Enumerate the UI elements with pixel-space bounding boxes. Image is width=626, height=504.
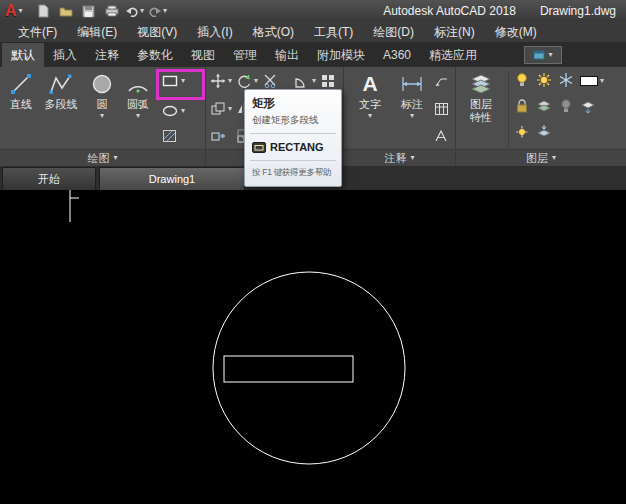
line-tool-label: 直线 <box>10 98 32 111</box>
file-tab-drawing1[interactable]: Drawing1 <box>99 167 245 190</box>
ribbon-tab-view[interactable]: 视图 <box>182 43 224 67</box>
application-menu-button[interactable]: A ▾ <box>0 0 29 22</box>
menu-view[interactable]: 视图(V) <box>127 22 187 42</box>
file-tab-start[interactable]: 开始 <box>2 167 96 190</box>
tooltip-description: 创建矩形多段线 <box>252 114 334 127</box>
draw-panel-footer[interactable]: 绘图 ▾ <box>0 149 205 166</box>
dimension-flyout-chevron-icon: ▾ <box>410 112 414 120</box>
polyline-tool-button[interactable]: 多段线 <box>40 68 82 147</box>
leader-tool-button[interactable] <box>434 70 449 92</box>
move-icon <box>210 73 226 89</box>
menu-format[interactable]: 格式(O) <box>243 22 304 42</box>
dimension-tool-button[interactable]: 标注 ▾ <box>394 68 430 147</box>
dimension-tool-label: 标注 <box>401 98 423 111</box>
new-file-icon <box>37 4 49 18</box>
ribbon-tab-addins[interactable]: 附加模块 <box>308 43 374 67</box>
fillet-chevron-icon: ▾ <box>312 77 316 85</box>
move-chevron-icon: ▾ <box>228 77 232 85</box>
circle-tool-label: 圆 <box>97 98 108 111</box>
layer-isolate-button[interactable] <box>536 95 552 117</box>
menu-draw[interactable]: 绘图(D) <box>363 22 424 42</box>
layer-freeze-button[interactable] <box>558 69 574 91</box>
layer-off-button[interactable] <box>558 95 574 117</box>
copy-chevron-icon: ▾ <box>228 105 232 113</box>
merge-layers-icon <box>536 124 552 140</box>
layer-match-button[interactable] <box>580 95 596 117</box>
new-file-button[interactable] <box>33 2 53 20</box>
undo-button[interactable]: ▾ <box>125 2 145 20</box>
menu-bar: 文件(F) 编辑(E) 视图(V) 插入(I) 格式(O) 工具(T) 绘图(D… <box>0 22 626 43</box>
redo-button[interactable]: ▾ <box>148 2 168 20</box>
ribbon-tab-output[interactable]: 输出 <box>266 43 308 67</box>
draw-panel-label: 绘图 <box>87 151 109 166</box>
ellipse-tool-icon <box>161 103 179 119</box>
ribbon-tab-a360[interactable]: A360 <box>374 43 420 67</box>
arc-flyout-chevron-icon: ▾ <box>136 112 140 120</box>
save-icon <box>82 5 95 18</box>
menu-edit[interactable]: 编辑(E) <box>67 22 127 42</box>
plot-printer-icon <box>105 5 119 17</box>
tooltip-title: 矩形 <box>252 96 334 111</box>
circle-tool-button[interactable]: 圆 ▾ <box>86 68 118 147</box>
ribbon-tab-annotate[interactable]: 注释 <box>86 43 128 67</box>
crosshair-cursor <box>70 190 79 222</box>
text-style-button[interactable] <box>434 125 449 147</box>
ribbon-tab-featured-apps[interactable]: 精选应用 <box>420 43 486 67</box>
arc-tool-button[interactable]: 圆弧 ▾ <box>120 68 156 147</box>
layer-merge-button[interactable] <box>536 121 552 143</box>
tooltip-separator <box>250 160 336 161</box>
text-tool-button[interactable]: A 文字 ▾ <box>352 68 388 147</box>
array-icon <box>320 73 336 89</box>
arc-tool-label: 圆弧 <box>127 98 149 111</box>
save-button[interactable] <box>79 2 99 20</box>
stretch-tool-button[interactable] <box>210 125 226 147</box>
chevron-down-icon: ▾ <box>548 51 552 59</box>
bulb-icon <box>514 72 530 88</box>
ribbon-tab-insert[interactable]: 插入 <box>44 43 86 67</box>
app-title: Autodesk AutoCAD 2018 <box>383 4 516 18</box>
layer-properties-button[interactable]: 图层特性 <box>458 68 504 147</box>
annotation-panel-footer[interactable]: 注释 ▾ <box>344 149 455 166</box>
panel-expand-chevron-icon: ▾ <box>410 154 414 162</box>
rectangle-entity[interactable] <box>224 356 353 382</box>
table-tool-button[interactable] <box>434 98 449 120</box>
layer-on-button[interactable] <box>514 69 530 91</box>
ribbon-tab-manage[interactable]: 管理 <box>224 43 266 67</box>
circle-entity[interactable] <box>213 272 405 464</box>
document-title: Drawing1.dwg <box>540 4 616 18</box>
layer-properties-label: 图层特性 <box>468 98 494 124</box>
table-icon <box>434 102 449 116</box>
layers-panel-footer[interactable]: 图层 ▾ <box>456 149 626 166</box>
panel-layers: 图层特性 ▾ <box>456 67 626 166</box>
hatch-tool-button[interactable] <box>161 125 179 147</box>
ribbon-options-dropdown[interactable]: ▾ <box>524 46 562 64</box>
layer-thaw-button[interactable] <box>536 69 552 91</box>
ribbon-tab-parametric[interactable]: 参数化 <box>128 43 182 67</box>
menu-insert[interactable]: 插入(I) <box>187 22 242 42</box>
open-folder-icon <box>59 5 73 17</box>
panel-expand-chevron-icon: ▾ <box>552 154 556 162</box>
redo-chevron-icon: ▾ <box>163 7 167 15</box>
sun-icon <box>536 72 552 88</box>
tooltip-separator <box>250 133 336 134</box>
layer-walk-button[interactable] <box>514 121 530 143</box>
layer-lock-button[interactable] <box>514 95 530 117</box>
tooltip-command-row: RECTANG <box>252 140 334 154</box>
menu-modify[interactable]: 修改(M) <box>485 22 547 42</box>
snowflake-icon <box>558 72 574 88</box>
menu-file[interactable]: 文件(F) <box>8 22 67 42</box>
open-file-button[interactable] <box>56 2 76 20</box>
copy-tool-button[interactable]: ▾ <box>210 98 232 120</box>
drawing-area[interactable] <box>0 190 626 504</box>
move-tool-button[interactable]: ▾ <box>210 70 232 92</box>
menu-dimension[interactable]: 标注(N) <box>424 22 485 42</box>
menu-tools[interactable]: 工具(T) <box>304 22 363 42</box>
rectang-command-icon <box>252 140 266 154</box>
line-icon <box>8 71 34 97</box>
circle-flyout-chevron-icon: ▾ <box>100 112 104 120</box>
line-tool-button[interactable]: 直线 <box>4 68 38 147</box>
layer-color-swatch[interactable]: ▾ <box>580 70 604 92</box>
ellipse-tool-button[interactable]: ▾ <box>161 100 185 122</box>
ribbon-tab-default[interactable]: 默认 <box>2 43 44 67</box>
plot-button[interactable] <box>102 2 122 20</box>
